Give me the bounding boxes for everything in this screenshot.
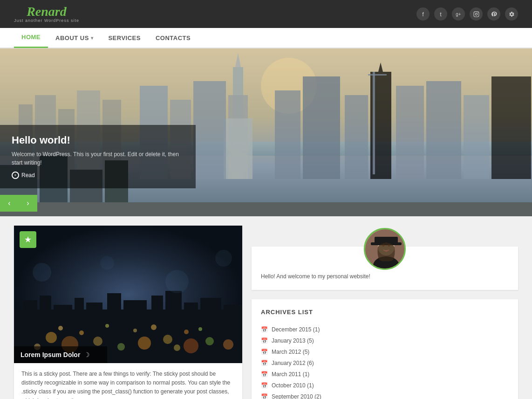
svg-rect-27	[464, 95, 489, 179]
svg-point-59	[223, 339, 233, 350]
post-card: ★ Lorem Ipsum Dolor ☽ This is a sticky p…	[14, 226, 242, 399]
logo[interactable]: Renard Just another WordPress site	[14, 5, 79, 23]
svg-point-67	[33, 263, 51, 282]
hero-read-link[interactable]: + Read	[12, 172, 184, 179]
archive-item[interactable]: 📅 January 2013 (5)	[261, 335, 509, 346]
svg-rect-14	[224, 118, 252, 179]
svg-point-53	[138, 337, 151, 350]
archive-item[interactable]: 📅 October 2010 (1)	[261, 380, 509, 391]
svg-rect-26	[426, 81, 461, 179]
svg-point-49	[46, 332, 57, 343]
calendar-icon: 📅	[261, 371, 268, 378]
archives-title: ARCHIVES LIST	[261, 309, 509, 318]
pinterest-icon[interactable]	[487, 7, 500, 21]
archives-widget: ARCHIVES LIST 📅 December 2015 (1) 📅 Janu…	[252, 299, 518, 399]
calendar-icon: 📅	[261, 326, 268, 333]
nav-about[interactable]: ABOUT US ▾	[48, 28, 101, 48]
svg-rect-24	[368, 74, 387, 76]
logo-text: Renard	[27, 5, 67, 18]
archive-item[interactable]: 📅 March 2011 (1)	[261, 369, 509, 380]
svg-point-54	[163, 335, 172, 344]
svg-rect-28	[491, 76, 531, 179]
svg-rect-25	[396, 86, 424, 179]
svg-point-2	[477, 12, 477, 13]
twitter-icon[interactable]: t	[434, 7, 447, 21]
svg-point-66	[184, 330, 189, 334]
svg-point-62	[151, 324, 157, 330]
nav-services[interactable]: SERVICES	[101, 28, 148, 48]
post-image	[14, 226, 242, 363]
hero-title: Hello world!	[12, 134, 184, 146]
archive-item[interactable]: 📅 January 2012 (6)	[261, 358, 509, 369]
post-title: Lorem Ipsum Dolor	[20, 351, 80, 358]
main-content: ★ Lorem Ipsum Dolor ☽ This is a sticky p…	[0, 216, 532, 399]
sticky-star-badge: ★	[20, 231, 36, 248]
svg-point-1	[475, 13, 477, 15]
svg-point-60	[58, 326, 63, 330]
archive-item[interactable]: 📅 December 2015 (1)	[261, 324, 509, 335]
svg-point-76	[382, 245, 384, 247]
svg-point-52	[117, 343, 125, 351]
svg-rect-47	[200, 298, 221, 356]
profile-text: Hello! And welcome to my personal websit…	[261, 272, 370, 281]
svg-point-69	[165, 270, 189, 293]
logo-tagline: Just another WordPress site	[14, 18, 79, 23]
svg-point-64	[79, 330, 84, 335]
googleplus-icon[interactable]: g+	[452, 7, 465, 21]
hero-prev-button[interactable]: ‹	[0, 195, 19, 212]
svg-point-61	[105, 324, 109, 328]
social-icons-group: f t g+	[416, 7, 518, 21]
calendar-icon: 📅	[261, 382, 268, 389]
instagram-icon[interactable]	[470, 7, 483, 21]
archives-list: 📅 December 2015 (1) 📅 January 2013 (5) 📅…	[261, 324, 509, 399]
svg-rect-23	[373, 72, 375, 174]
nav-bar: HOME ABOUT US ▾ SERVICES CONTACTS	[0, 28, 532, 48]
hero-banner: Hello world! Welcome to WordPress. This …	[0, 48, 532, 216]
post-body-text: This is a sticky post. There are a few t…	[14, 363, 242, 399]
svg-rect-0	[474, 12, 479, 17]
svg-rect-20	[345, 95, 368, 179]
svg-rect-18	[275, 90, 300, 179]
svg-point-51	[93, 337, 102, 346]
calendar-icon: 📅	[261, 337, 268, 344]
svg-rect-19	[303, 76, 340, 179]
post-title-overlay: Lorem Ipsum Dolor ☽	[14, 346, 107, 363]
svg-point-70	[215, 250, 232, 267]
read-circle-icon: +	[12, 172, 19, 179]
nav-home[interactable]: HOME	[14, 28, 48, 48]
star-icon: ★	[24, 234, 32, 245]
read-label: Read	[21, 172, 35, 179]
archive-item[interactable]: 📅 September 2010 (2)	[261, 391, 509, 399]
facebook-icon[interactable]: f	[416, 7, 430, 21]
svg-point-56	[205, 337, 214, 345]
svg-rect-17	[193, 81, 226, 179]
nav-contacts[interactable]: CONTACTS	[148, 28, 198, 48]
post-image-wrap: ★ Lorem Ipsum Dolor ☽	[14, 226, 242, 363]
svg-point-58	[174, 344, 180, 351]
calendar-icon: 📅	[261, 393, 268, 399]
hero-subtitle: Welcome to WordPress. This is your first…	[12, 150, 184, 167]
svg-point-65	[133, 329, 137, 332]
profile-widget: Hello! And welcome to my personal websit…	[252, 247, 518, 290]
avatar	[364, 228, 406, 270]
hero-controls: ‹ ›	[0, 195, 37, 212]
about-dropdown-arrow: ▾	[91, 35, 94, 41]
moon-icon: ☽	[84, 351, 90, 358]
sidebar: Hello! And welcome to my personal websit…	[252, 226, 518, 399]
svg-point-68	[100, 256, 114, 270]
calendar-icon: 📅	[261, 349, 268, 355]
top-bar: Renard Just another WordPress site f t g…	[0, 0, 532, 28]
svg-point-55	[184, 338, 198, 353]
settings-icon[interactable]	[505, 7, 518, 21]
svg-rect-73	[375, 237, 398, 243]
archive-item[interactable]: 📅 March 2012 (5)	[261, 346, 509, 358]
svg-rect-33	[0, 202, 532, 216]
posts-column: ★ Lorem Ipsum Dolor ☽ This is a sticky p…	[14, 226, 242, 399]
hero-text-overlay: Hello world! Welcome to WordPress. This …	[0, 125, 196, 188]
svg-point-63	[198, 327, 202, 331]
svg-point-77	[388, 245, 390, 247]
calendar-icon: 📅	[261, 360, 268, 366]
hero-next-button[interactable]: ›	[19, 195, 37, 212]
